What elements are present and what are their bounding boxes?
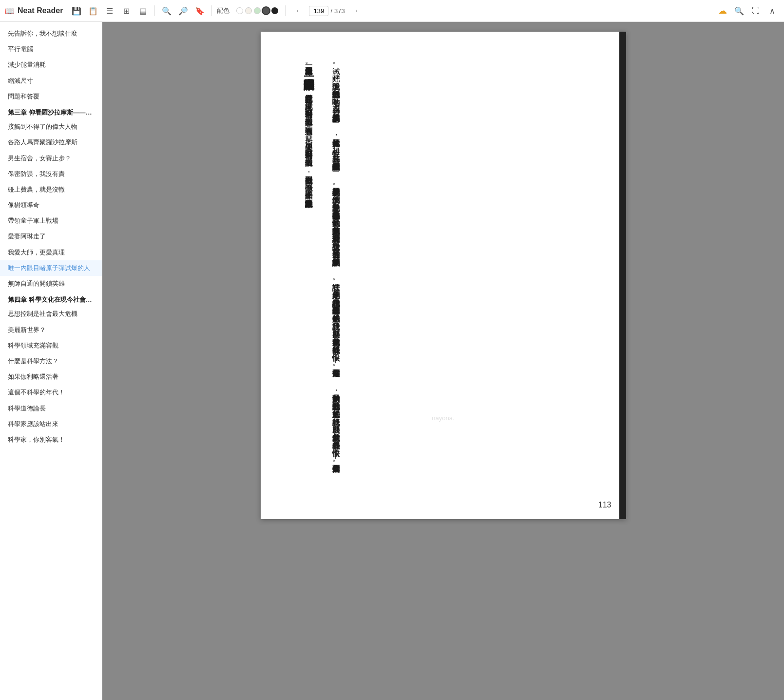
separator-3 (285, 5, 286, 16)
grid-button[interactable]: ⊞ (119, 4, 133, 18)
sidebar-chapter-4[interactable]: 第四章 科學文化在現今社會扮演的角... (0, 292, 102, 306)
sidebar-item-9[interactable]: 保密防諜，我沒有責 (0, 166, 102, 182)
brand-icon: 📖 (5, 6, 15, 16)
sidebar-item-1[interactable]: 先告訴你，我不想談什麼 (0, 26, 102, 41)
collapse-button[interactable]: ∧ (765, 4, 779, 18)
sidebar-item-23[interactable]: 科學道德論長 (0, 401, 102, 416)
sidebar-item-13[interactable]: 愛妻阿琳走了 (0, 229, 102, 244)
text-block-2: 波耳父子把其他人叫來，一起討論。一邊又在點菸斗，「我想我們可以把那些大人物請進來… (332, 117, 341, 164)
separator-1 (154, 5, 155, 16)
fullscreen-button[interactable]: ⛶ (749, 4, 763, 18)
sidebar-item-15[interactable]: 唯一內眼目睹原子彈試爆的人 (0, 260, 102, 276)
text-block-9: 我立刻坐飛機回去，抵達營區時，巴士正要離開了，於是我直接跟大家到離試爆地 (305, 155, 313, 194)
separator-2 (211, 5, 212, 16)
copy-button[interactable]: 📋 (86, 4, 100, 18)
sidebar-item-5[interactable]: 問題和答覆 (0, 89, 102, 104)
sidebar-item-22[interactable]: 這個不科學的年代！ (0, 385, 102, 400)
sidebar-item-10[interactable]: 碰上費農，就是沒轍 (0, 182, 102, 197)
sidebar-item-17[interactable]: 思想控制是社會最大危機 (0, 306, 102, 322)
app-title: Neat Reader (18, 6, 63, 15)
color-black[interactable] (271, 7, 278, 14)
search-button[interactable]: 🔍 (160, 4, 173, 18)
text-block-8: 家，有一天收到通知：「某某日，嬰兒便要出生。」那時候阿琳去世不久，我請了個短假在 (305, 114, 313, 153)
sidebar-item-11[interactable]: 像樹領導奇 (0, 197, 102, 213)
color-white[interactable] (236, 7, 243, 14)
toolbar: 📖 Neat Reader 💾 📋 ☰ ⊞ ▤ 🔍 🔎 🔖 配色 ‹ / 373… (0, 0, 784, 22)
zoom-button[interactable]: 🔎 (176, 4, 190, 18)
sidebar-item-16[interactable]: 無師自通的開鎖英雄 (0, 276, 102, 292)
color-green[interactable] (254, 7, 261, 14)
app-brand: 📖 Neat Reader (5, 6, 63, 16)
sidebar-item-12[interactable]: 帶領童子軍上戰場 (0, 213, 102, 229)
main-area: 先告訴你，我不想談什麼 平行電腦 減少能量消耗 縮減尺寸 問題和答覆 第三章 仰… (0, 22, 784, 700)
sidebar-item-25[interactable]: 科學家，你別客氣！ (0, 432, 102, 447)
sidebar-item-18[interactable]: 美麗新世界？ (0, 322, 102, 338)
color-cream[interactable] (245, 7, 252, 14)
search2-button[interactable]: 🔍 (732, 4, 746, 18)
sidebar-item-6[interactable]: 接觸到不得了的偉大人物 (0, 119, 102, 135)
page-navigation: / 373 (309, 6, 344, 16)
total-pages: 373 (334, 7, 345, 15)
sidebar-item-19[interactable]: 科學領域充滿審觀 (0, 338, 102, 353)
menu-button[interactable]: ☰ (103, 4, 116, 18)
page-text-content: 滅。「好吧，」他最後說，「他講的話很難聽得懂，咕嚕咕嚕的，不容易明白。小波耳講的… (300, 61, 344, 475)
book-page: 滅。「好吧，」他最後說，「他講的話很難聽得懂，咕嚕咕嚕的，不容易明白。小波耳講的… (261, 32, 626, 519)
color-dark[interactable] (263, 7, 269, 14)
page-input[interactable] (309, 6, 328, 16)
color-picker (236, 7, 278, 14)
sidebar-item-21[interactable]: 如果伽利略還活著 (0, 369, 102, 385)
sidebar-item-4[interactable]: 縮減尺寸 (0, 73, 102, 89)
text-block-3: 後來小波耳告訴我究竟發生了什麼事。上次他們來訪後，老波耳跟他兒子說：「記得坐在後… (332, 166, 341, 260)
sidebar-item-14[interactable]: 我愛大師，更愛真理 (0, 245, 102, 260)
sidebar-item-3[interactable]: 減少能量消耗 (0, 57, 102, 73)
sidebar-item-24[interactable]: 科學家應該站出來 (0, 416, 102, 432)
page-separator: / (330, 7, 332, 15)
sidebar-item-8[interactable]: 男生宿舍，女賽止步？ (0, 151, 102, 166)
color-label: 配色 (217, 6, 229, 15)
text-block-7: 我們的計算做完之後，接下來就是試爆了。那時候阿琳去世不久，我請了個短假在 (305, 73, 313, 112)
bookmark-button[interactable]: 🔖 (193, 4, 207, 18)
prev-page-button[interactable]: ‹ (290, 4, 304, 18)
sidebar-item-7[interactable]: 各路人馬齊聚羅沙拉摩斯 (0, 135, 102, 150)
sidebar-chapter-3[interactable]: 第三章 仰看羅沙拉摩斯——反官僚作風... (0, 104, 102, 119)
sidebar-item-20[interactable]: 什麼是科學方法？ (0, 353, 102, 369)
save-button[interactable]: 💾 (70, 4, 83, 18)
text-block-1: 滅。「好吧，」他最後說，「他講的話很難聽得懂，咕嚕咕嚕的，不容易明白。小波耳講的… (332, 61, 341, 116)
page-edge-bar (619, 32, 626, 519)
watermark: nayona. (432, 414, 454, 422)
sidebar-item-2[interactable]: 平行電腦 (0, 41, 102, 57)
page-number: 113 (598, 501, 612, 509)
next-page-button[interactable]: › (350, 4, 363, 18)
reading-content[interactable]: 滅。「好吧，」他最後說，「他講的話很難聽得懂，咕嚕咕嚕的，不容易明白。小波耳講的… (102, 22, 784, 700)
sidebar: 先告訴你，我不想談什麼 平行電腦 減少能量消耗 縮減尺寸 問題和答覆 第三章 仰… (0, 22, 102, 700)
cloud-button[interactable]: ☁ (716, 4, 729, 18)
layout-button[interactable]: ▤ (136, 4, 150, 18)
text-block-4: 在這裡談談。個小子總是笨笨的。我總是忘記在跟誰說話，而只是一味擔心物理上的問題。… (332, 262, 341, 371)
text-block-5: 如果對方的想法差勁，我就告訴他那很差勁。如果他的想法很好，我就說很好。就那麼簡單… (332, 373, 341, 467)
